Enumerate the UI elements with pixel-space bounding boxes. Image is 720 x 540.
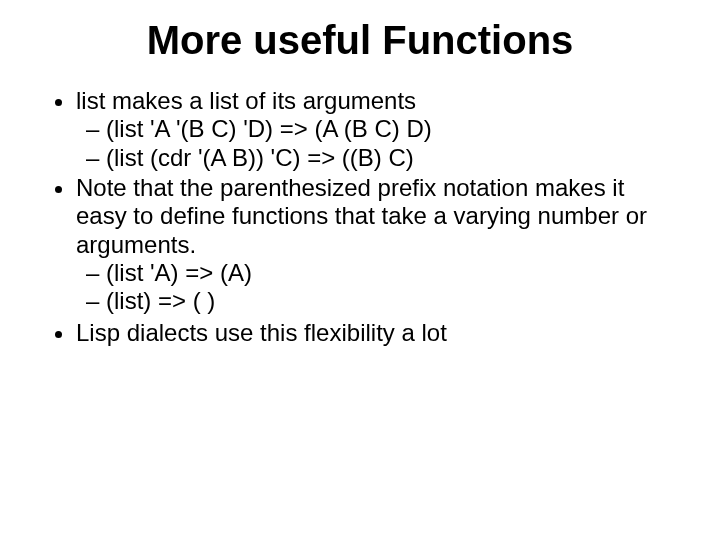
sub-bullet-item: (list (cdr '(A B)) 'C) => ((B) C) <box>106 144 680 172</box>
bullet-list-last: Lisp dialects use this flexibility a lot <box>40 318 680 348</box>
bullet-text: Lisp dialects use this flexibility a lot <box>76 319 447 346</box>
bullet-text: Note that the parenthesized prefix notat… <box>76 174 647 258</box>
sub-bullet-item: (list 'A) => (A) <box>106 259 680 287</box>
slide: More useful Functions list makes a list … <box>0 0 720 540</box>
bullet-list: list makes a list of its arguments (list… <box>40 87 680 316</box>
slide-title: More useful Functions <box>40 18 680 63</box>
sub-bullet-item: (list) => ( ) <box>106 287 680 315</box>
sub-bullet-list: (list 'A '(B C) 'D) => (A (B C) D) (list… <box>76 115 680 172</box>
bullet-item: Note that the parenthesized prefix notat… <box>76 174 680 316</box>
bullet-item: list makes a list of its arguments (list… <box>76 87 680 172</box>
sub-bullet-text: (list) => ( ) <box>106 287 215 314</box>
bullet-text: list makes a list of its arguments <box>76 87 416 114</box>
sub-bullet-list: (list 'A) => (A) (list) => ( ) <box>76 259 680 316</box>
bullet-item: Lisp dialects use this flexibility a lot <box>76 318 680 348</box>
sub-bullet-item: (list 'A '(B C) 'D) => (A (B C) D) <box>106 115 680 143</box>
sub-bullet-text: (list 'A '(B C) 'D) => (A (B C) D) <box>106 115 432 142</box>
sub-bullet-text: (list (cdr '(A B)) 'C) => ((B) C) <box>106 144 414 171</box>
sub-bullet-text: (list 'A) => (A) <box>106 259 252 286</box>
